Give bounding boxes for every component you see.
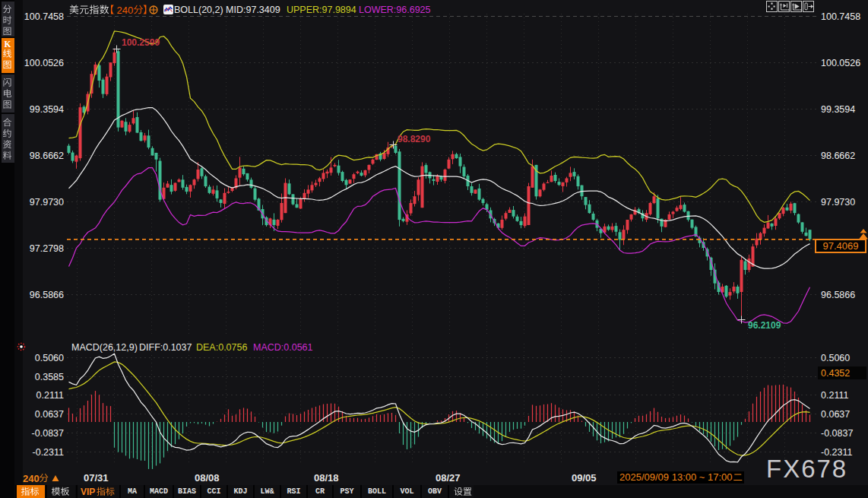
svg-text:0.2111: 0.2111 bbox=[821, 390, 848, 401]
svg-text:98.6662: 98.6662 bbox=[30, 151, 64, 161]
svg-text:97.9730: 97.9730 bbox=[821, 197, 855, 208]
svg-text:96.2109: 96.2109 bbox=[748, 320, 781, 331]
svg-text:96.5866: 96.5866 bbox=[821, 290, 855, 300]
svg-text:98.8290: 98.8290 bbox=[398, 134, 431, 144]
svg-text:96.5866: 96.5866 bbox=[30, 290, 64, 300]
svg-text:0.0637: 0.0637 bbox=[821, 409, 850, 420]
svg-text:100.0526: 100.0526 bbox=[24, 58, 64, 68]
svg-text:97.9730: 97.9730 bbox=[30, 197, 64, 208]
svg-text:99.3594: 99.3594 bbox=[821, 104, 855, 115]
svg-text:0.0637: 0.0637 bbox=[35, 409, 64, 420]
svg-text:97.2798: 97.2798 bbox=[30, 243, 64, 254]
svg-text:-0.0837: -0.0837 bbox=[32, 428, 64, 439]
svg-text:98.6662: 98.6662 bbox=[821, 151, 855, 161]
svg-text:0.2111: 0.2111 bbox=[36, 390, 64, 401]
svg-text:99.3594: 99.3594 bbox=[30, 104, 64, 115]
svg-text:100.7458: 100.7458 bbox=[821, 11, 860, 22]
svg-text:0.5060: 0.5060 bbox=[821, 353, 850, 363]
svg-text:-0.0837: -0.0837 bbox=[821, 428, 853, 439]
svg-text:0.5060: 0.5060 bbox=[35, 353, 64, 363]
svg-text:100.0526: 100.0526 bbox=[821, 58, 860, 68]
svg-text:-0.2311: -0.2311 bbox=[33, 447, 65, 458]
svg-text:100.2599: 100.2599 bbox=[122, 37, 160, 48]
svg-text:0.4352: 0.4352 bbox=[821, 368, 850, 379]
svg-text:100.7458: 100.7458 bbox=[24, 11, 64, 22]
svg-text:0.3585: 0.3585 bbox=[35, 372, 64, 382]
